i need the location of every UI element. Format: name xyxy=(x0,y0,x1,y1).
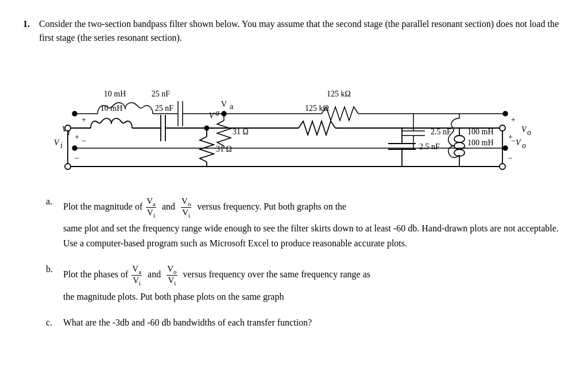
sub-o-b: o xyxy=(173,268,177,275)
part-b-intro: Plot the phases of xyxy=(63,270,128,280)
svg-text:31 Ω: 31 Ω xyxy=(216,145,232,153)
frac-vo-den-b: Vi xyxy=(167,276,176,287)
circuit-diagram-main: .ctext { font-family: 'Times New Roman',… xyxy=(52,73,565,191)
part-a-content: Plot the magnitude of Va Vi and Vo Vi ve… xyxy=(63,196,565,219)
svg-text:V: V xyxy=(209,111,215,120)
part-a-and: and xyxy=(162,202,175,211)
fraction-va-vi: Va Vi xyxy=(146,196,156,219)
part-b: b. Plot the phases of Va Vi and Vo Vi ve… xyxy=(46,264,565,304)
sub-a-b: a xyxy=(138,268,141,275)
svg-point-40 xyxy=(65,125,71,131)
svg-text:125 kΩ: 125 kΩ xyxy=(305,104,329,113)
fraction-vo-vi-a: Vo Vi xyxy=(181,196,191,219)
sub-i1: i xyxy=(153,212,155,219)
part-a-intro: Plot the magnitude of xyxy=(63,202,142,211)
frac-va-num-b: Va xyxy=(131,264,142,276)
svg-text:i: i xyxy=(60,141,63,150)
frac-va-den: Vi xyxy=(146,208,156,219)
frac-vo-den-a: Vi xyxy=(181,208,191,219)
frac-va-den-b: Vi xyxy=(132,276,141,287)
part-b-and: and xyxy=(148,270,161,280)
part-a-label: a. Plot the magnitude of Va Vi and Vo Vi… xyxy=(46,196,565,219)
sub-a: a xyxy=(153,200,156,207)
part-a-body: same plot and set the frequency range wi… xyxy=(63,221,565,250)
part-b-label: b. Plot the phases of Va Vi and Vo Vi ve… xyxy=(46,264,565,287)
svg-text:100 mH: 100 mH xyxy=(467,138,494,147)
part-b-letter: b. xyxy=(46,264,60,274)
svg-text:−: − xyxy=(75,154,79,162)
problem-number: 1. xyxy=(23,17,34,45)
svg-text:+: + xyxy=(75,133,79,141)
part-c-content: What are the -3db and -60 db bandwidths … xyxy=(63,318,565,328)
svg-text:+: + xyxy=(508,133,513,141)
part-c-letter: c. xyxy=(46,318,60,328)
svg-text:o: o xyxy=(522,141,526,150)
part-a-after: versus frequency. Put both graphs on the xyxy=(197,202,346,211)
part-b-after: versus frequency over the same frequency… xyxy=(183,270,371,280)
svg-text:a: a xyxy=(215,109,219,117)
svg-text:25 nF: 25 nF xyxy=(155,104,174,113)
svg-point-52 xyxy=(500,164,505,169)
svg-text:V: V xyxy=(54,138,60,147)
fraction-vo-vi-b: Vo Vi xyxy=(167,264,177,287)
problem-text: Consider the two-section bandpass filter… xyxy=(39,17,565,45)
svg-point-50 xyxy=(65,164,71,169)
sub-o1: o xyxy=(188,200,191,207)
part-c: c. What are the -3db and -60 db bandwidt… xyxy=(46,318,565,328)
fraction-va-vi-b: Va Vi xyxy=(131,264,142,287)
sub-i-b2: i xyxy=(174,280,176,287)
svg-text:−: − xyxy=(508,154,513,162)
part-b-body: the magnitude plots. Put both phase plot… xyxy=(63,289,565,304)
sub-i-b1: i xyxy=(139,280,141,287)
frac-vo-num-b: Vo xyxy=(167,264,177,276)
parts-container: a. Plot the magnitude of Va Vi and Vo Vi… xyxy=(46,196,565,328)
problem-container: 1. Consider the two-section bandpass fil… xyxy=(23,17,565,328)
svg-point-49 xyxy=(500,125,505,131)
problem-header: 1. Consider the two-section bandpass fil… xyxy=(23,17,565,45)
sub-i2: i xyxy=(188,212,190,219)
svg-text:2.5 nF: 2.5 nF xyxy=(419,142,440,151)
svg-text:10 mH: 10 mH xyxy=(100,104,123,113)
svg-text:V: V xyxy=(516,138,521,147)
frac-va-num: Va xyxy=(146,196,156,208)
part-a: a. Plot the magnitude of Va Vi and Vo Vi… xyxy=(46,196,565,250)
part-b-content: Plot the phases of Va Vi and Vo Vi versu… xyxy=(63,264,565,287)
part-c-label: c. What are the -3db and -60 db bandwidt… xyxy=(46,318,565,328)
frac-vo-num-a: Vo xyxy=(181,196,191,208)
part-a-letter: a. xyxy=(46,196,60,207)
part-c-text: What are the -3db and -60 db bandwidths … xyxy=(63,318,312,327)
